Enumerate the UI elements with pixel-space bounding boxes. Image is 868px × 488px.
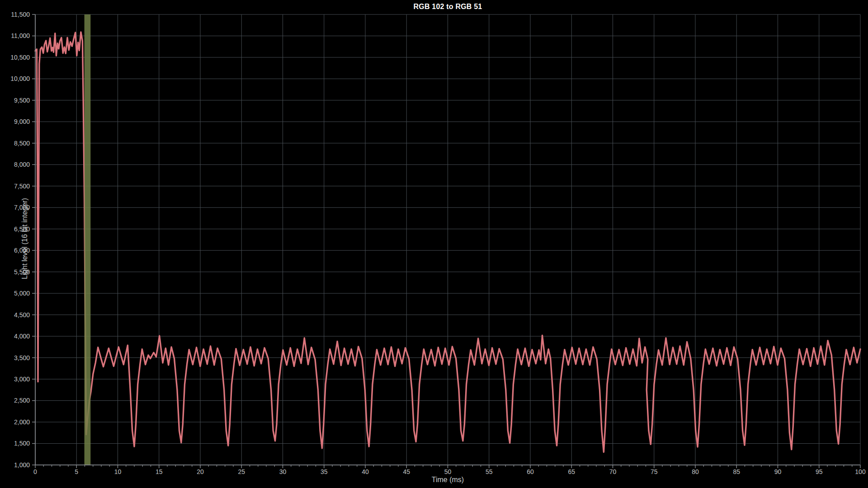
y-tick-label: 4,000	[14, 333, 30, 340]
y-tick-label: 4,500	[14, 311, 30, 319]
y-tick-label: 11,000	[11, 32, 30, 39]
y-tick-label: 6,500	[14, 225, 30, 233]
y-tick-label: 2,000	[14, 418, 30, 426]
x-tick-label: 30	[279, 468, 287, 475]
x-tick-label: 50	[444, 468, 452, 475]
y-tick-label: 5,500	[14, 268, 30, 276]
y-tick-label: 3,000	[14, 375, 30, 383]
x-tick-label: 90	[774, 468, 782, 475]
x-tick-label: 70	[609, 468, 617, 475]
x-tick-label: 25	[238, 468, 245, 475]
x-tick-label: 100	[855, 468, 866, 475]
y-tick-label: 1,000	[14, 461, 30, 469]
x-tick-label: 45	[403, 468, 410, 475]
x-tick-label: 55	[486, 468, 493, 475]
x-tick-label: 15	[156, 468, 163, 475]
y-tick-label: 1,500	[14, 440, 30, 447]
x-tick-label: 75	[651, 468, 658, 475]
x-tick-label: 60	[527, 468, 534, 475]
y-tick-label: 5,000	[14, 290, 30, 297]
x-tick-label: 0	[33, 468, 37, 475]
x-tick-label: 85	[733, 468, 740, 475]
y-tick-label: 9,500	[14, 97, 30, 104]
y-tick-label: 2,500	[14, 397, 30, 404]
x-tick-label: 80	[692, 468, 699, 475]
y-tick-label: 6,000	[14, 247, 30, 254]
y-tick-label: 10,000	[10, 75, 30, 82]
x-tick-label: 95	[816, 468, 823, 475]
y-tick-label: 8,000	[14, 161, 30, 168]
y-tick-label: 7,500	[14, 183, 30, 190]
y-tick-label: 11,500	[11, 11, 30, 18]
y-tick-label: 8,500	[14, 140, 30, 147]
x-tick-label: 65	[568, 468, 575, 475]
x-tick-label: 20	[197, 468, 204, 475]
x-tick-label: 5	[75, 468, 78, 475]
y-tick-label: 3,500	[14, 354, 30, 361]
transition-marker-band	[85, 14, 91, 465]
y-tick-label: 9,000	[14, 118, 30, 125]
y-tick-label: 10,500	[10, 54, 30, 61]
chart-canvas: RGB 102 to RGB 51 Light level (16 bit in…	[0, 0, 868, 488]
x-tick-label: 40	[362, 468, 369, 475]
x-tick-label: 10	[114, 468, 122, 475]
plot-area[interactable]: 1,0001,5002,0002,5003,0003,5004,0004,500…	[0, 0, 868, 488]
y-tick-label: 7,000	[14, 204, 30, 211]
x-tick-label: 35	[321, 468, 328, 475]
